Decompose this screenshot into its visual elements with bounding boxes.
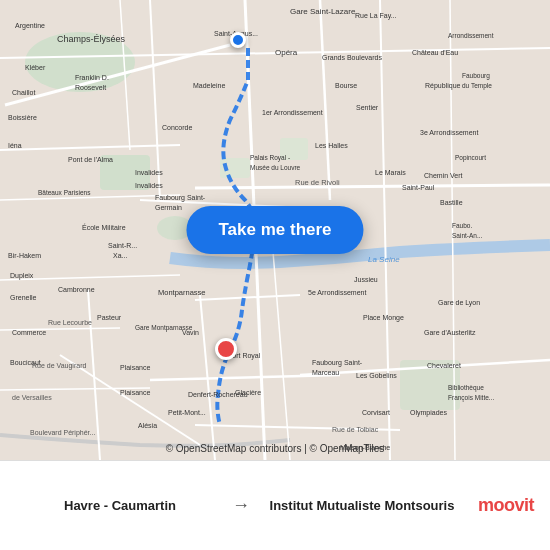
svg-text:Faubourg Saint-: Faubourg Saint- [155,194,206,202]
svg-text:Grands Boulevards: Grands Boulevards [322,54,382,61]
svg-text:Boissière: Boissière [8,114,37,121]
svg-text:Kléber: Kléber [25,64,46,71]
svg-text:Cambronne: Cambronne [58,286,95,293]
svg-text:Alésia: Alésia [138,422,157,429]
svg-text:Germain: Germain [155,204,182,211]
svg-text:Gare d'Austerlitz: Gare d'Austerlitz [424,329,476,336]
svg-text:Plaisance: Plaisance [120,389,150,396]
svg-text:Saint-R...: Saint-R... [108,242,137,249]
svg-text:Les Halles: Les Halles [315,142,348,149]
svg-text:Bâteaux Parisiens: Bâteaux Parisiens [38,189,91,196]
svg-text:Champs-Élysées: Champs-Élysées [57,34,126,44]
svg-text:François Mitte...: François Mitte... [448,394,494,402]
svg-text:Iéna: Iéna [8,142,22,149]
svg-text:Chaillot: Chaillot [12,89,35,96]
svg-text:Faubourg Saint-: Faubourg Saint- [312,359,363,367]
svg-text:Chevaleret: Chevaleret [427,362,461,369]
svg-text:Pont de l'Alma: Pont de l'Alma [68,156,113,163]
svg-text:Sentier: Sentier [356,104,379,111]
route-info: Havre - Caumartin → Institut Mutualiste … [16,495,466,516]
svg-text:École Militaire: École Militaire [82,223,126,231]
svg-text:Commerce: Commerce [12,329,46,336]
svg-text:Palais Royal -: Palais Royal - [250,154,290,162]
svg-text:Gare de Lyon: Gare de Lyon [438,299,480,307]
route-to: Institut Mutualiste Montsouris [258,498,466,513]
svg-text:Les Gobelins: Les Gobelins [356,372,397,379]
svg-text:Xa...: Xa... [113,252,127,259]
svg-text:Bastille: Bastille [440,199,463,206]
svg-text:de Versailles: de Versailles [12,394,52,401]
svg-text:Opéra: Opéra [275,48,298,57]
svg-text:Boucicaut: Boucicaut [10,359,41,366]
route-arrow-icon: → [232,495,250,516]
svg-text:Plaisance: Plaisance [120,364,150,371]
svg-text:Chemin Vert: Chemin Vert [424,172,463,179]
svg-text:République: République [425,82,461,90]
svg-text:Bir-Hakem: Bir-Hakem [8,252,41,259]
svg-text:Montparnasse: Montparnasse [158,288,206,297]
svg-text:Gare Montparnasse: Gare Montparnasse [135,324,193,332]
svg-text:3e Arrondissement: 3e Arrondissement [420,129,478,136]
svg-text:Rue de Rivoli: Rue de Rivoli [295,178,340,187]
svg-text:Glacière: Glacière [235,389,261,396]
svg-text:Bourse: Bourse [335,82,357,89]
svg-text:Gare Saint-Lazare: Gare Saint-Lazare [290,7,356,16]
svg-text:Le Marais: Le Marais [375,169,406,176]
svg-text:Boulevard Périphér...: Boulevard Périphér... [30,429,95,437]
route-from: Havre - Caumartin [16,498,224,513]
svg-text:Pasteur: Pasteur [97,314,122,321]
svg-text:Saint-An...: Saint-An... [452,232,483,239]
svg-text:Musée du Louvre: Musée du Louvre [250,164,301,171]
svg-text:Faubourg: Faubourg [462,72,490,80]
svg-text:Rue La Fay...: Rue La Fay... [355,12,397,20]
svg-text:Argentine: Argentine [15,22,45,30]
svg-text:Roosevelt: Roosevelt [75,84,106,91]
svg-text:Jussieu: Jussieu [354,276,378,283]
svg-text:Invalides: Invalides [135,182,163,189]
svg-text:du Temple: du Temple [462,82,492,90]
moovit-logo: moovit [478,495,534,516]
svg-text:Rue de Tolbiac: Rue de Tolbiac [332,426,379,433]
svg-text:5e Arrondissement: 5e Arrondissement [308,289,366,296]
svg-text:Franklin D.: Franklin D. [75,74,109,81]
svg-text:Madeleine: Madeleine [193,82,225,89]
svg-text:Olympiades: Olympiades [410,409,447,417]
svg-text:Corvisart: Corvisart [362,409,390,416]
svg-text:Grenelle: Grenelle [10,294,37,301]
svg-text:Bibliothèque: Bibliothèque [448,384,484,392]
svg-text:Marceau: Marceau [312,369,339,376]
take-me-there-button[interactable]: Take me there [186,206,363,254]
svg-text:Concorde: Concorde [162,124,192,131]
svg-text:Dupleix: Dupleix [10,272,34,280]
svg-text:Petit-Mont...: Petit-Mont... [168,409,206,416]
svg-text:Rue Lecourbe: Rue Lecourbe [48,319,92,326]
svg-text:1er Arrondissement: 1er Arrondissement [262,109,323,116]
svg-text:Saint-Paul: Saint-Paul [402,184,435,191]
destination-pin [215,338,237,360]
moovit-brand-text: moovit [478,495,534,516]
svg-text:Place Monge: Place Monge [363,314,404,322]
svg-text:Popincourt: Popincourt [455,154,486,162]
bottom-bar: Havre - Caumartin → Institut Mutualiste … [0,460,550,550]
svg-text:Arrondissement: Arrondissement [448,32,494,39]
svg-text:La Seine: La Seine [368,255,400,264]
svg-text:Faubo.: Faubo. [452,222,472,229]
map-container: Argentine Kléber Chaillot Boissière Iéna… [0,0,550,460]
svg-text:Invalides: Invalides [135,169,163,176]
map-attribution: © OpenStreetMap contributors | © OpenMap… [0,443,550,454]
origin-pin [230,32,246,48]
svg-text:Château d'Eau: Château d'Eau [412,49,458,56]
